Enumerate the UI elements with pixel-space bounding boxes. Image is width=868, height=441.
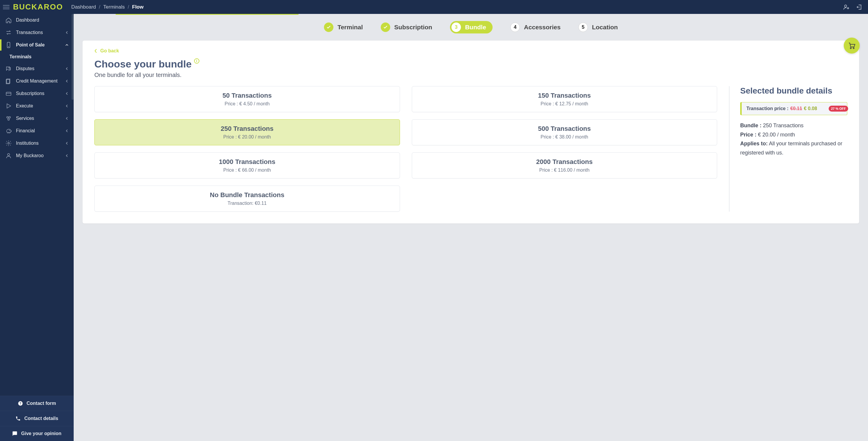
sidebar-item-label: Terminals: [9, 54, 31, 59]
bundle-card-price: Price : € 12.75 / month: [418, 101, 711, 107]
bundle-card-price: Transaction: €0.11: [101, 201, 394, 206]
step-subscription[interactable]: Subscription: [381, 23, 432, 32]
bundle-grid: 50 TransactionsPrice : € 4.50 / month150…: [94, 86, 717, 212]
transactions-icon: [5, 29, 12, 36]
sidebar-item-credit[interactable]: Credit Management: [0, 75, 74, 87]
breadcrumb-sep: /: [99, 4, 100, 10]
contact-form-button[interactable]: ? Contact form: [0, 396, 74, 411]
sidebar-item-mybuckaroo[interactable]: My Buckaroo: [0, 149, 74, 162]
play-icon: [5, 103, 12, 109]
svg-point-1: [847, 7, 848, 8]
sidebar-item-institutions[interactable]: Institutions: [0, 137, 74, 149]
breadcrumb-sep: /: [128, 4, 129, 10]
step-bundle[interactable]: 3 Bundle: [450, 21, 493, 33]
chevron-left-icon: [65, 142, 68, 145]
selected-details: Selected bundle details Transaction pric…: [729, 86, 847, 212]
step-location[interactable]: 5 Location: [578, 23, 618, 32]
stepper: Terminal Subscription 3 Bundle 4 Accesso…: [74, 14, 868, 40]
pos-icon: [5, 42, 12, 48]
bundle-card-title: 500 Transactions: [418, 125, 711, 133]
go-back-button[interactable]: Go back: [94, 48, 847, 54]
breadcrumb-dashboard[interactable]: Dashboard: [71, 4, 96, 10]
logo[interactable]: BUCKAROO: [13, 2, 63, 11]
chevron-left-icon: [94, 49, 97, 53]
svg-point-11: [8, 142, 9, 144]
bundle-card-price: Price : € 116.00 / month: [418, 168, 711, 173]
bundle-card[interactable]: 2000 TransactionsPrice : € 116.00 / mont…: [412, 152, 717, 178]
sidebar-item-pos[interactable]: Point of Sale: [0, 39, 74, 51]
page-title: Choose your bundle i: [94, 58, 847, 70]
tx-old-price: €0.11: [790, 106, 802, 111]
sidebar-item-subscriptions[interactable]: Subscriptions: [0, 87, 74, 100]
details-heading: Selected bundle details: [740, 86, 847, 96]
bundle-card-price: Price : € 38.00 / month: [418, 135, 711, 140]
info-icon[interactable]: i: [194, 58, 199, 64]
step-terminal[interactable]: Terminal: [324, 23, 363, 32]
sidebar-item-services[interactable]: Services: [0, 112, 74, 125]
bundle-card-title: 250 Transactions: [101, 125, 394, 133]
bundle-card[interactable]: 250 TransactionsPrice : € 20.00 / month: [94, 119, 400, 145]
tx-price-label: Transaction price :: [746, 106, 788, 111]
topbar: BUCKAROO Dashboard / Terminals / Flow: [0, 0, 868, 14]
logout-icon[interactable]: [856, 4, 863, 10]
services-icon: [5, 115, 12, 122]
cart-button[interactable]: [844, 37, 860, 54]
sidebar-item-execute[interactable]: Execute: [0, 100, 74, 112]
user-settings-icon[interactable]: [843, 4, 850, 10]
chevron-left-icon: [65, 117, 68, 120]
bundle-card[interactable]: No Bundle TransactionsTransaction: €0.11: [94, 185, 400, 212]
transaction-price-box: Transaction price : €0.11 € 0.08 27 % OF…: [740, 102, 847, 115]
bundle-card[interactable]: 50 TransactionsPrice : € 4.50 / month: [94, 86, 400, 112]
bundle-card[interactable]: 1000 TransactionsPrice : € 66.00 / month: [94, 152, 400, 178]
sidebar-item-disputes[interactable]: Disputes: [0, 62, 74, 75]
bundle-panel: Go back Choose your bundle i One bundle …: [83, 40, 859, 224]
credit-icon: [5, 78, 12, 84]
logo-text: BUCKAROO: [13, 2, 63, 11]
chevron-left-icon: [65, 154, 68, 157]
sidebar-item-transactions[interactable]: Transactions: [0, 26, 74, 39]
phone-icon: [16, 416, 21, 421]
menu-icon[interactable]: [3, 4, 9, 10]
go-back-label: Go back: [100, 48, 119, 54]
svg-rect-6: [6, 92, 11, 95]
breadcrumb-terminals[interactable]: Terminals: [103, 4, 125, 10]
step-label: Bundle: [465, 24, 486, 31]
step-accessories[interactable]: 4 Accessories: [510, 23, 561, 32]
question-icon: ?: [18, 401, 23, 406]
content: Terminal Subscription 3 Bundle 4 Accesso…: [74, 14, 868, 441]
piggy-icon: [5, 127, 12, 134]
give-opinion-label: Give your opinion: [21, 431, 61, 436]
bundle-card-title: 2000 Transactions: [418, 158, 711, 166]
step-number: 3: [452, 23, 461, 32]
bundle-line: Bundle : 250 Transactions: [740, 121, 847, 130]
subscriptions-icon: [5, 90, 12, 97]
bundle-card-title: 150 Transactions: [418, 92, 711, 99]
bundle-card-price: Price : € 20.00 / month: [101, 135, 394, 140]
chevron-left-icon: [65, 31, 68, 34]
sidebar-item-dashboard[interactable]: Dashboard: [0, 14, 74, 26]
bundle-label: Bundle :: [740, 122, 762, 128]
step-number: 4: [510, 23, 520, 32]
price-value: € 20.00 / month: [758, 132, 795, 138]
user-icon: [5, 152, 12, 159]
contact-details-button[interactable]: Contact details: [0, 411, 74, 426]
tx-new-price: € 0.08: [804, 106, 817, 111]
svg-point-3: [8, 47, 9, 47]
svg-point-0: [845, 5, 847, 7]
sidebar-item-label: Dashboard: [16, 18, 39, 23]
contact-form-label: Contact form: [27, 401, 56, 406]
price-line: Price : € 20.00 / month: [740, 130, 847, 139]
bundle-card[interactable]: 150 TransactionsPrice : € 12.75 / month: [412, 86, 717, 112]
give-opinion-button[interactable]: Give your opinion: [0, 426, 74, 441]
sidebar: Dashboard Transactions Point of Sale Ter…: [0, 14, 74, 441]
sidebar-item-financial[interactable]: Financial: [0, 125, 74, 137]
svg-point-9: [8, 119, 9, 120]
bundle-card[interactable]: 500 TransactionsPrice : € 38.00 / month: [412, 119, 717, 145]
bundle-card-title: 50 Transactions: [101, 92, 394, 99]
sidebar-item-label: Subscriptions: [16, 91, 44, 96]
chevron-left-icon: [65, 105, 68, 108]
sidebar-subitem-terminals[interactable]: Terminals: [0, 51, 74, 62]
step-label: Subscription: [394, 24, 432, 31]
sidebar-item-label: Point of Sale: [16, 42, 45, 48]
chevron-left-icon: [65, 92, 68, 95]
